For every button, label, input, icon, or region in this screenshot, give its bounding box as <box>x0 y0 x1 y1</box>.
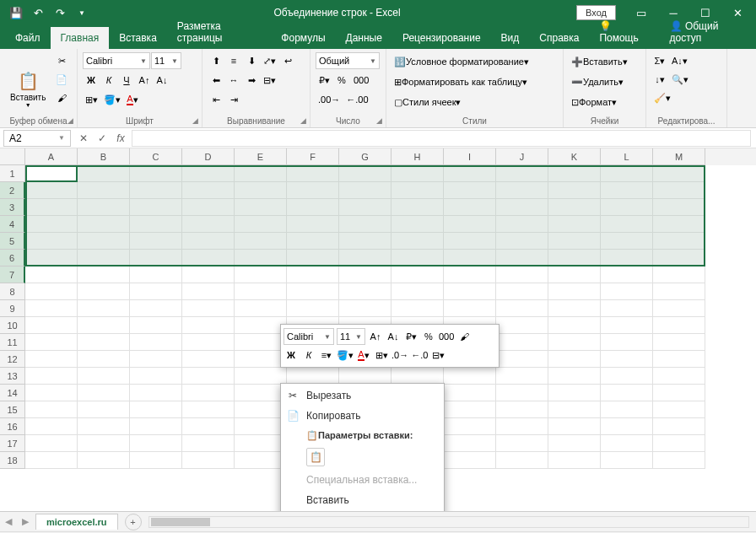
cell[interactable] <box>130 368 182 385</box>
cell[interactable] <box>601 401 653 418</box>
cell[interactable] <box>182 418 235 435</box>
paste-option-default-icon[interactable]: 📋 <box>306 448 325 466</box>
cell[interactable] <box>78 435 130 452</box>
clipboard-launcher-icon[interactable]: ◢ <box>65 116 75 126</box>
col-header-K[interactable]: K <box>548 148 601 165</box>
cell[interactable] <box>25 266 78 283</box>
tab-tellme[interactable]: 💡 Помощь <box>589 15 659 49</box>
cell[interactable] <box>653 165 705 182</box>
tab-data[interactable]: Данные <box>336 27 392 49</box>
cell[interactable] <box>496 385 548 401</box>
format-cells-button[interactable]: ⊡ Формат ▾ <box>569 93 640 111</box>
ribbon-increase-font-button[interactable]: A↑ <box>136 72 153 89</box>
align-left-button[interactable]: ⬅ <box>208 72 224 89</box>
cell[interactable] <box>496 250 548 266</box>
cell[interactable] <box>392 233 444 250</box>
cell[interactable] <box>339 283 392 300</box>
tab-help[interactable]: Справка <box>529 27 589 49</box>
cell[interactable] <box>601 418 653 435</box>
col-header-L[interactable]: L <box>601 148 653 165</box>
cell[interactable] <box>653 199 705 216</box>
cell[interactable] <box>130 300 182 317</box>
cell[interactable] <box>496 435 548 452</box>
cell[interactable] <box>235 250 287 266</box>
col-header-D[interactable]: D <box>182 148 235 165</box>
insert-cells-button[interactable]: ➕ Вставить ▾ <box>569 52 640 71</box>
cell[interactable] <box>653 401 705 418</box>
cell[interactable] <box>601 300 653 317</box>
mini-bold-button[interactable]: Ж <box>284 347 299 363</box>
cell[interactable] <box>496 452 548 469</box>
align-center-button[interactable]: ↔ <box>225 72 242 89</box>
cell[interactable] <box>287 216 339 233</box>
autosum-button[interactable]: Σ▾ <box>651 52 668 69</box>
borders-button[interactable]: ⊞▾ <box>83 91 100 108</box>
cell[interactable] <box>444 401 496 418</box>
cell[interactable] <box>392 300 444 317</box>
cell[interactable] <box>235 283 287 300</box>
cell[interactable] <box>444 418 496 435</box>
decrease-indent-button[interactable]: ⇤ <box>208 91 224 108</box>
cell[interactable] <box>235 199 287 216</box>
cell[interactable] <box>444 300 496 317</box>
tab-view[interactable]: Вид <box>491 27 530 49</box>
decrease-font-icon[interactable]: A↓ <box>386 329 401 344</box>
orientation-button[interactable]: ⤢▾ <box>261 52 278 69</box>
format-as-table-button[interactable]: ⊞ Форматировать как таблицу ▾ <box>392 73 558 91</box>
mini-dec-decimal-button[interactable]: ←.0 <box>411 347 428 363</box>
col-header-G[interactable]: G <box>339 148 392 165</box>
mini-format-painter-icon[interactable]: 🖌 <box>456 329 472 344</box>
align-top-button[interactable]: ⬆ <box>208 52 224 69</box>
cell[interactable] <box>601 334 653 351</box>
cell[interactable] <box>496 300 548 317</box>
cell[interactable] <box>182 435 235 452</box>
cell[interactable] <box>78 266 130 283</box>
save-icon[interactable]: 💾 <box>7 3 25 22</box>
cell[interactable] <box>653 266 705 283</box>
cut-icon[interactable]: ✂ <box>53 52 70 69</box>
alignment-launcher-icon[interactable]: ◢ <box>298 116 308 126</box>
cell[interactable] <box>392 283 444 300</box>
align-right-button[interactable]: ➡ <box>243 72 260 89</box>
row-header-5[interactable]: 5 <box>0 233 25 250</box>
cell[interactable] <box>235 351 287 368</box>
cell[interactable] <box>548 435 601 452</box>
cell[interactable] <box>548 199 601 216</box>
cell[interactable] <box>496 199 548 216</box>
font-color-button[interactable]: A▾ <box>124 91 141 108</box>
mini-comma-icon[interactable]: 000 <box>439 329 454 344</box>
cell[interactable] <box>182 250 235 266</box>
cell[interactable] <box>339 300 392 317</box>
cell[interactable] <box>444 182 496 199</box>
cell[interactable] <box>182 182 235 199</box>
cell[interactable] <box>78 368 130 385</box>
cell[interactable] <box>182 368 235 385</box>
cell[interactable] <box>25 368 78 385</box>
cell[interactable] <box>548 368 601 385</box>
col-header-B[interactable]: B <box>78 148 130 165</box>
cell[interactable] <box>130 334 182 351</box>
cell[interactable] <box>25 199 78 216</box>
cell[interactable] <box>653 368 705 385</box>
delete-cells-button[interactable]: ➖ Удалить ▾ <box>569 73 640 91</box>
cell[interactable] <box>287 250 339 266</box>
cell[interactable] <box>653 435 705 452</box>
cell[interactable] <box>25 300 78 317</box>
cell[interactable] <box>287 368 339 385</box>
cell[interactable] <box>601 233 653 250</box>
cell[interactable] <box>653 418 705 435</box>
cell[interactable] <box>444 199 496 216</box>
cell[interactable] <box>444 452 496 469</box>
cell[interactable] <box>130 435 182 452</box>
cell[interactable] <box>339 368 392 385</box>
tab-share[interactable]: 👤 Общий доступ <box>660 15 756 49</box>
sheet-nav-prev-icon[interactable]: ◀ <box>0 516 17 527</box>
cell[interactable] <box>235 334 287 351</box>
cell[interactable] <box>235 300 287 317</box>
tab-layout[interactable]: Разметка страницы <box>167 15 272 49</box>
cell[interactable] <box>182 401 235 418</box>
cell[interactable] <box>130 401 182 418</box>
cell[interactable] <box>601 182 653 199</box>
cell[interactable] <box>496 351 548 368</box>
mini-font-combo[interactable]: Calibri▼ <box>284 328 334 345</box>
